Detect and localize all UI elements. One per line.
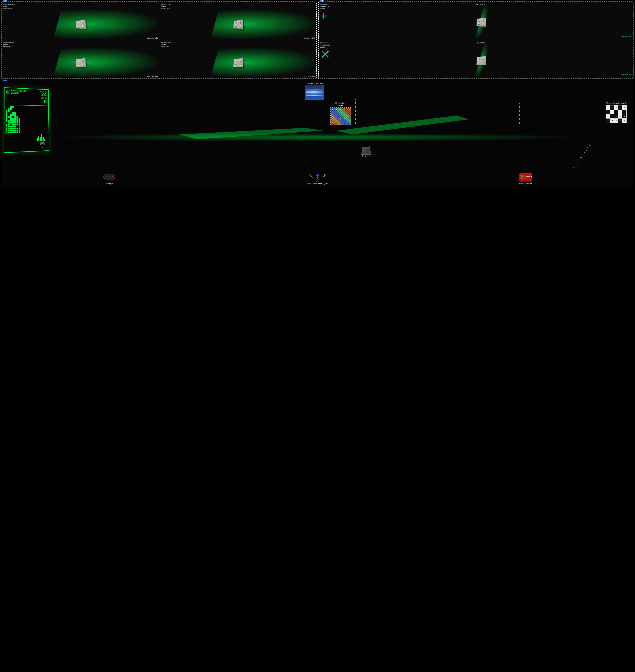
game-display: META-HOLOGAME SCORE 24 LEVEL 6 (4, 87, 49, 153)
metasurface-label-2: Metasurface (3, 46, 12, 48)
channel-structures: Channel structures (305, 82, 324, 100)
game-title-text: META-HOLOGAME (11, 89, 26, 95)
a-cell-1-content: 0 1 0 0 (161, 10, 315, 39)
meta-num-3: 3 (338, 108, 343, 112)
dmd-cell-20: 14 (622, 118, 626, 123)
micro-line-5 (306, 92, 323, 93)
signals-group (308, 173, 327, 181)
a-cell-1-top-labels: Reconstructedpattern Metasurface (161, 3, 315, 10)
b-combined-label-0: Combinedreconstructedpattern (320, 3, 330, 10)
a-cell-0-top-labels: Reconstructedpattern Metasurface (3, 3, 158, 10)
a-cell-2-top-labels: Reconstructedpattern Metasurface (3, 42, 158, 48)
dmd-cell-8 (614, 110, 618, 114)
micro-controller-item: Raspberry Pi Micro-controller (519, 173, 532, 185)
meta-num-2: 2 (334, 108, 338, 112)
b-meta-label-1: Metasurface (476, 42, 485, 44)
meta-num-9 (343, 112, 347, 116)
micro-line-1 (306, 90, 323, 90)
dmd-cell-19: 13 (618, 118, 622, 123)
svg-point-0 (52, 133, 583, 141)
a-cell-2: Reconstructedpattern Metasurface 0 0 1 0… (2, 40, 159, 79)
b-structured-0: Structured light (621, 35, 632, 37)
meta-num-18: 12 (338, 121, 343, 125)
gamepad-label: Gamepad (105, 182, 113, 185)
glow-beam-1 (211, 10, 316, 39)
dmd-cell-3: 3 (614, 106, 618, 110)
meta-num-1: 1 (331, 108, 334, 112)
dmd-device: Digital micro-mirror device 1 2 3 4 5 6 … (606, 102, 628, 123)
dmd-cell-15: 10 (622, 114, 626, 118)
svg-point-18 (105, 178, 109, 180)
meta-block-1: 0 1 0 0 (233, 20, 243, 29)
svg-point-16 (112, 177, 112, 178)
figure-container: a Reconstructedpattern Metasurface 1 0 0 (0, 0, 635, 188)
a-cell-3-top-labels: Reconstructedpattern Metasurface (161, 42, 315, 48)
dmd-cell-7 (610, 110, 614, 114)
structured-label-2: Structured light (147, 75, 157, 77)
game-display-wrapper: META-HOLOGAME SCORE 24 LEVEL 6 (4, 88, 58, 152)
svg-rect-13 (106, 176, 106, 178)
svg-point-14 (111, 176, 112, 176)
section-c-label: c (3, 81, 7, 81)
game-level-value: 6 (40, 99, 47, 105)
b-meta-block-1: 0 0 1 0 (476, 56, 486, 65)
game-icon (6, 90, 10, 94)
a-cell-3: Reconstructedpattern Metasurface 0 0 0 1… (159, 40, 316, 79)
a-cell-3-content: 0 0 0 1 (161, 48, 315, 77)
a-cell-0-content: 1 0 0 0 (3, 10, 158, 39)
meta-block-2: 0 0 1 0 (76, 58, 86, 67)
dmd-cell-4 (618, 106, 622, 110)
metasurface-label-0: Metasurface (3, 7, 12, 9)
reflector-block (362, 147, 371, 155)
raspi-logo-icon (520, 175, 524, 180)
game-header: META-HOLOGAME SCORE 24 LEVEL 6 (4, 88, 48, 106)
b-grid: Combinedreconstructedpattern + Metasurfa… (319, 2, 633, 79)
dmd-cell-1: 1 (606, 106, 610, 110)
reconstructed-label-3: Reconstructedpattern (161, 42, 171, 46)
meta-num-7 (334, 112, 338, 116)
b-cross-plus: + (320, 11, 327, 21)
micro-controller-label: Micro-controller (519, 182, 532, 185)
dmd-cell-6: 5 (606, 110, 610, 114)
svg-rect-21 (108, 177, 109, 177)
game-title-area: META-HOLOGAME (6, 89, 26, 95)
meta-num-17: 11 (334, 121, 338, 125)
dmd-cell-5: 4 (622, 106, 626, 110)
micro-line-7 (306, 93, 323, 94)
glow-beam-3 (211, 48, 316, 77)
game-body: 🎮 ♪ (4, 105, 49, 153)
bluetooth-icon (315, 173, 320, 181)
gamepad-icon (103, 172, 116, 181)
raspi-text-label: Raspberry Pi (525, 176, 532, 179)
b-left-1: Combinedreconstructedpattern ✕ (320, 42, 476, 77)
structured-label-3: Structured light (304, 75, 315, 77)
dmd-label: Digital micro-mirror device (606, 102, 628, 105)
dmd-cell-17: 11 (610, 118, 614, 123)
metasurface-device-label: Metasurfacedevice (330, 102, 351, 107)
ab-row: a Reconstructedpattern Metasurface 1 0 0 (0, 0, 635, 80)
structured-label-0: Structured light (147, 37, 157, 39)
bottom-row: Gamepad (1, 172, 634, 185)
metasurface-numbers: 1 2 3 4 5 6 8 9 10 7 11 (331, 108, 351, 125)
b-cross-x: ✕ (320, 50, 330, 59)
glow-beam-0 (53, 10, 159, 39)
micro-line-2 (306, 91, 323, 91)
meta-num-14: 9 (343, 116, 347, 121)
structured-label-1: Structured light (304, 37, 315, 39)
b-right-0: Metasurface 1 1 0 1 Structured light (476, 3, 632, 39)
b-meta-content-1: 0 0 1 0 (476, 44, 486, 77)
game-right-panel: 🎮 ♪ (37, 107, 48, 150)
meta-num-12 (334, 116, 338, 121)
reflector: Reflector (362, 146, 370, 157)
svg-marker-1 (178, 128, 324, 139)
micro-line-4 (306, 92, 323, 92)
dmd-cell-11: 6 (606, 114, 610, 118)
metasurface-label-3: Metasurface (161, 46, 170, 48)
micro-line-6 (306, 93, 323, 93)
bluetooth-item: Bluetooth wireless signals (307, 173, 329, 185)
section-b: b Combinedreconstructedpattern + Metasur… (318, 1, 634, 79)
dmd-cell-16: 7 (606, 118, 610, 123)
b-meta-block-0: 1 1 0 1 (476, 18, 486, 26)
svg-marker-8 (7, 91, 9, 93)
meta-num-6: 5 (331, 112, 334, 116)
